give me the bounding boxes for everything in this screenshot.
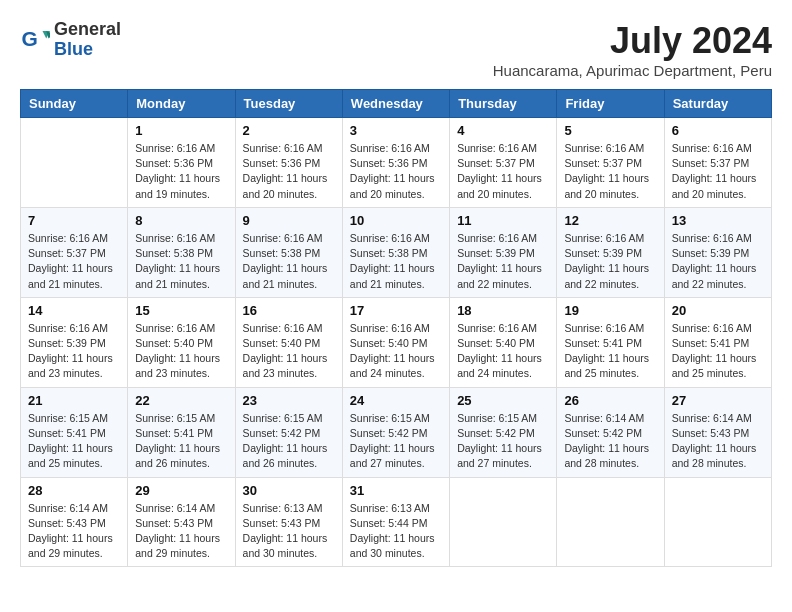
weekday-header-wednesday: Wednesday xyxy=(342,90,449,118)
calendar-cell: 25Sunrise: 6:15 AMSunset: 5:42 PMDayligh… xyxy=(450,387,557,477)
cell-info: Sunrise: 6:16 AMSunset: 5:38 PMDaylight:… xyxy=(135,231,227,292)
calendar-cell: 1Sunrise: 6:16 AMSunset: 5:36 PMDaylight… xyxy=(128,118,235,208)
day-number: 20 xyxy=(672,303,764,318)
weekday-header-friday: Friday xyxy=(557,90,664,118)
day-number: 10 xyxy=(350,213,442,228)
calendar-cell: 27Sunrise: 6:14 AMSunset: 5:43 PMDayligh… xyxy=(664,387,771,477)
cell-info: Sunrise: 6:16 AMSunset: 5:40 PMDaylight:… xyxy=(135,321,227,382)
day-number: 26 xyxy=(564,393,656,408)
calendar-cell: 7Sunrise: 6:16 AMSunset: 5:37 PMDaylight… xyxy=(21,207,128,297)
calendar-cell: 9Sunrise: 6:16 AMSunset: 5:38 PMDaylight… xyxy=(235,207,342,297)
day-number: 19 xyxy=(564,303,656,318)
calendar-week-4: 21Sunrise: 6:15 AMSunset: 5:41 PMDayligh… xyxy=(21,387,772,477)
day-number: 4 xyxy=(457,123,549,138)
calendar-cell xyxy=(664,477,771,567)
day-number: 28 xyxy=(28,483,120,498)
day-number: 11 xyxy=(457,213,549,228)
cell-info: Sunrise: 6:16 AMSunset: 5:39 PMDaylight:… xyxy=(28,321,120,382)
day-number: 31 xyxy=(350,483,442,498)
cell-info: Sunrise: 6:16 AMSunset: 5:37 PMDaylight:… xyxy=(457,141,549,202)
calendar-cell: 4Sunrise: 6:16 AMSunset: 5:37 PMDaylight… xyxy=(450,118,557,208)
cell-info: Sunrise: 6:16 AMSunset: 5:39 PMDaylight:… xyxy=(564,231,656,292)
cell-info: Sunrise: 6:15 AMSunset: 5:41 PMDaylight:… xyxy=(28,411,120,472)
weekday-header-tuesday: Tuesday xyxy=(235,90,342,118)
calendar-cell: 11Sunrise: 6:16 AMSunset: 5:39 PMDayligh… xyxy=(450,207,557,297)
cell-info: Sunrise: 6:15 AMSunset: 5:42 PMDaylight:… xyxy=(350,411,442,472)
day-number: 6 xyxy=(672,123,764,138)
calendar-cell: 8Sunrise: 6:16 AMSunset: 5:38 PMDaylight… xyxy=(128,207,235,297)
calendar-cell: 30Sunrise: 6:13 AMSunset: 5:43 PMDayligh… xyxy=(235,477,342,567)
cell-info: Sunrise: 6:16 AMSunset: 5:39 PMDaylight:… xyxy=(457,231,549,292)
day-number: 22 xyxy=(135,393,227,408)
day-number: 16 xyxy=(243,303,335,318)
calendar-cell: 17Sunrise: 6:16 AMSunset: 5:40 PMDayligh… xyxy=(342,297,449,387)
cell-info: Sunrise: 6:16 AMSunset: 5:37 PMDaylight:… xyxy=(672,141,764,202)
calendar-cell: 10Sunrise: 6:16 AMSunset: 5:38 PMDayligh… xyxy=(342,207,449,297)
calendar-cell: 28Sunrise: 6:14 AMSunset: 5:43 PMDayligh… xyxy=(21,477,128,567)
day-number: 30 xyxy=(243,483,335,498)
day-number: 14 xyxy=(28,303,120,318)
calendar-cell: 14Sunrise: 6:16 AMSunset: 5:39 PMDayligh… xyxy=(21,297,128,387)
cell-info: Sunrise: 6:13 AMSunset: 5:44 PMDaylight:… xyxy=(350,501,442,562)
calendar-cell: 22Sunrise: 6:15 AMSunset: 5:41 PMDayligh… xyxy=(128,387,235,477)
cell-info: Sunrise: 6:16 AMSunset: 5:38 PMDaylight:… xyxy=(243,231,335,292)
day-number: 5 xyxy=(564,123,656,138)
cell-info: Sunrise: 6:16 AMSunset: 5:37 PMDaylight:… xyxy=(28,231,120,292)
cell-info: Sunrise: 6:16 AMSunset: 5:40 PMDaylight:… xyxy=(243,321,335,382)
day-number: 21 xyxy=(28,393,120,408)
calendar-cell: 20Sunrise: 6:16 AMSunset: 5:41 PMDayligh… xyxy=(664,297,771,387)
calendar-cell: 19Sunrise: 6:16 AMSunset: 5:41 PMDayligh… xyxy=(557,297,664,387)
title-area: July 2024 Huancarama, Apurimac Departmen… xyxy=(493,20,772,79)
calendar: SundayMondayTuesdayWednesdayThursdayFrid… xyxy=(20,89,772,567)
cell-info: Sunrise: 6:14 AMSunset: 5:43 PMDaylight:… xyxy=(135,501,227,562)
day-number: 25 xyxy=(457,393,549,408)
calendar-cell: 26Sunrise: 6:14 AMSunset: 5:42 PMDayligh… xyxy=(557,387,664,477)
cell-info: Sunrise: 6:16 AMSunset: 5:39 PMDaylight:… xyxy=(672,231,764,292)
cell-info: Sunrise: 6:16 AMSunset: 5:41 PMDaylight:… xyxy=(672,321,764,382)
calendar-cell: 29Sunrise: 6:14 AMSunset: 5:43 PMDayligh… xyxy=(128,477,235,567)
cell-info: Sunrise: 6:16 AMSunset: 5:36 PMDaylight:… xyxy=(135,141,227,202)
calendar-week-3: 14Sunrise: 6:16 AMSunset: 5:39 PMDayligh… xyxy=(21,297,772,387)
day-number: 8 xyxy=(135,213,227,228)
calendar-cell: 31Sunrise: 6:13 AMSunset: 5:44 PMDayligh… xyxy=(342,477,449,567)
calendar-cell: 3Sunrise: 6:16 AMSunset: 5:36 PMDaylight… xyxy=(342,118,449,208)
calendar-cell: 23Sunrise: 6:15 AMSunset: 5:42 PMDayligh… xyxy=(235,387,342,477)
calendar-cell: 2Sunrise: 6:16 AMSunset: 5:36 PMDaylight… xyxy=(235,118,342,208)
weekday-header-monday: Monday xyxy=(128,90,235,118)
month-year: July 2024 xyxy=(493,20,772,62)
calendar-cell: 18Sunrise: 6:16 AMSunset: 5:40 PMDayligh… xyxy=(450,297,557,387)
cell-info: Sunrise: 6:16 AMSunset: 5:41 PMDaylight:… xyxy=(564,321,656,382)
day-number: 15 xyxy=(135,303,227,318)
calendar-cell: 5Sunrise: 6:16 AMSunset: 5:37 PMDaylight… xyxy=(557,118,664,208)
cell-info: Sunrise: 6:16 AMSunset: 5:37 PMDaylight:… xyxy=(564,141,656,202)
cell-info: Sunrise: 6:14 AMSunset: 5:43 PMDaylight:… xyxy=(672,411,764,472)
day-number: 3 xyxy=(350,123,442,138)
cell-info: Sunrise: 6:14 AMSunset: 5:43 PMDaylight:… xyxy=(28,501,120,562)
logo-blue: Blue xyxy=(54,40,121,60)
cell-info: Sunrise: 6:16 AMSunset: 5:40 PMDaylight:… xyxy=(457,321,549,382)
calendar-cell: 13Sunrise: 6:16 AMSunset: 5:39 PMDayligh… xyxy=(664,207,771,297)
calendar-week-1: 1Sunrise: 6:16 AMSunset: 5:36 PMDaylight… xyxy=(21,118,772,208)
header: G General Blue July 2024 Huancarama, Apu… xyxy=(20,20,772,79)
day-number: 7 xyxy=(28,213,120,228)
calendar-cell: 16Sunrise: 6:16 AMSunset: 5:40 PMDayligh… xyxy=(235,297,342,387)
calendar-header: SundayMondayTuesdayWednesdayThursdayFrid… xyxy=(21,90,772,118)
weekday-header-sunday: Sunday xyxy=(21,90,128,118)
day-number: 1 xyxy=(135,123,227,138)
day-number: 18 xyxy=(457,303,549,318)
calendar-cell: 12Sunrise: 6:16 AMSunset: 5:39 PMDayligh… xyxy=(557,207,664,297)
calendar-cell xyxy=(450,477,557,567)
cell-info: Sunrise: 6:16 AMSunset: 5:40 PMDaylight:… xyxy=(350,321,442,382)
cell-info: Sunrise: 6:13 AMSunset: 5:43 PMDaylight:… xyxy=(243,501,335,562)
cell-info: Sunrise: 6:14 AMSunset: 5:42 PMDaylight:… xyxy=(564,411,656,472)
cell-info: Sunrise: 6:16 AMSunset: 5:36 PMDaylight:… xyxy=(243,141,335,202)
day-number: 9 xyxy=(243,213,335,228)
calendar-cell xyxy=(557,477,664,567)
calendar-week-2: 7Sunrise: 6:16 AMSunset: 5:37 PMDaylight… xyxy=(21,207,772,297)
cell-info: Sunrise: 6:16 AMSunset: 5:36 PMDaylight:… xyxy=(350,141,442,202)
calendar-cell xyxy=(21,118,128,208)
logo-icon: G xyxy=(20,25,50,55)
weekday-header-row: SundayMondayTuesdayWednesdayThursdayFrid… xyxy=(21,90,772,118)
day-number: 29 xyxy=(135,483,227,498)
calendar-body: 1Sunrise: 6:16 AMSunset: 5:36 PMDaylight… xyxy=(21,118,772,567)
